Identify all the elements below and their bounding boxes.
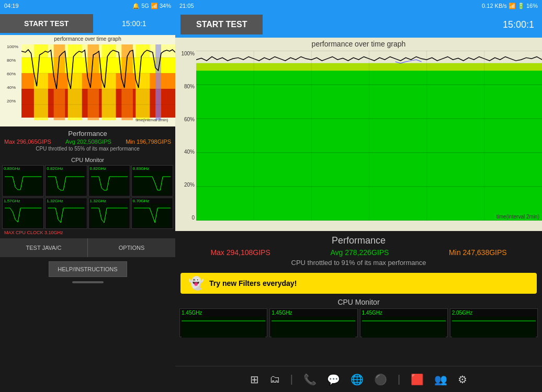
cpu-freq-7: 0.70GHz xyxy=(132,198,173,204)
svg-rect-46 xyxy=(362,317,446,338)
perf-throttle-right: CPU throttled to 91% of its max performa… xyxy=(180,259,537,267)
ad-banner[interactable]: 👻 Try new Filters everyday! xyxy=(180,273,537,294)
graph-section-left: performance over time graph 100% 80% 60%… xyxy=(0,35,175,126)
bottom-nav: ⊞ 🗂 | 📞 💬 🌐 ⚫ | 🟥 👥 ⚙ xyxy=(175,366,542,392)
time-label-right: time(interval 2min) xyxy=(496,214,539,220)
perf-max-left: Max 296,065GIPS xyxy=(4,139,51,145)
svg-rect-47 xyxy=(452,317,536,338)
cpu-freq-4: 1.57GHz xyxy=(3,198,43,204)
svg-rect-45 xyxy=(272,317,355,338)
cpu-cell-right-0: 1.45GHz xyxy=(179,308,267,337)
right-panel: 21:05 0.12 KB/s 📶 🔋 16% START TEST 15:00… xyxy=(175,0,542,392)
perf-min-left: Min 196,798GIPS xyxy=(126,139,171,145)
graph-canvas-left: 100% 80% 60% 40% 20% xyxy=(0,42,175,123)
timer-left: 15:00:1 xyxy=(93,19,176,28)
perf-avg-right: Avg 278,226GIPS xyxy=(331,248,389,257)
cpu-cell-0: 0.83GHz xyxy=(2,165,44,197)
cpu-monitor-title-left: CPU Monitor xyxy=(2,157,173,163)
options-button[interactable]: OPTIONS xyxy=(88,238,175,257)
y-label-20: 20% xyxy=(184,182,195,188)
nav-circle-icon[interactable]: ⚫ xyxy=(374,373,387,386)
nav-files-icon[interactable]: 🗂 xyxy=(269,373,280,385)
cpu-cell-4: 1.57GHz xyxy=(2,198,44,229)
performance-section-right: Performance Max 294,108GIPS Avg 278,226G… xyxy=(175,231,542,271)
y-label-40: 40% xyxy=(184,149,195,155)
cpu-monitor-title-right: CPU Monitor xyxy=(179,298,538,306)
ad-text: Try new Filters everyday! xyxy=(209,279,297,287)
nav-chat-icon[interactable]: 💬 xyxy=(327,373,340,386)
cpu-freq-right-2: 1.45GHz xyxy=(360,309,447,317)
scroll-indicator xyxy=(72,281,104,283)
help-button[interactable]: HELP/INSTRUCTIONS xyxy=(49,261,127,277)
cpu-freq-3: 0.83GHz xyxy=(132,166,173,171)
snapchat-icon: 👻 xyxy=(188,276,204,291)
cpu-grid-right: 1.45GHz 1.45GHz 1.45GHz 2.05GHz xyxy=(179,308,538,337)
perf-title-left: Performance xyxy=(4,130,171,137)
cpu-monitor-left: CPU Monitor 0.83GHz 0.82GHz 0.82GHz xyxy=(0,155,175,238)
svg-text:80%: 80% xyxy=(7,57,16,63)
header-left: START TEST 15:00:1 xyxy=(0,11,175,35)
cpu-cell-right-3: 2.05GHz xyxy=(450,308,538,337)
status-icons-left: 🔔 5G 📶 34% xyxy=(132,3,171,9)
performance-section-left: Performance Max 296,065GIPS Avg 202,508G… xyxy=(0,126,175,155)
graph-title-right: performance over time graph xyxy=(175,38,542,48)
status-bar-right: 21:05 0.12 KB/s 📶 🔋 16% xyxy=(175,0,542,11)
cpu-cell-5: 1.32GHz xyxy=(45,198,87,229)
y-label-80: 80% xyxy=(184,84,195,89)
cpu-freq-1: 0.82GHz xyxy=(46,166,86,171)
svg-rect-16 xyxy=(155,44,161,120)
cpu-grid-left: 0.83GHz 0.82GHz 0.82GHz 0.83GHz xyxy=(2,165,173,229)
cpu-cell-3: 0.83GHz xyxy=(131,165,173,197)
y-label-60: 60% xyxy=(184,117,195,122)
svg-rect-28 xyxy=(91,204,128,227)
svg-rect-44 xyxy=(182,317,265,338)
svg-text:40%: 40% xyxy=(7,85,16,90)
cpu-cell-7: 0.70GHz xyxy=(131,198,173,229)
graph-area-right: time(interval 2min) xyxy=(196,51,542,221)
cpu-cell-2: 0.82GHz xyxy=(88,165,130,197)
y-label-100: 100% xyxy=(181,51,195,56)
start-test-button-left[interactable]: START TEST xyxy=(0,14,93,33)
perf-stats-left: Max 296,065GIPS Avg 202,508GIPS Min 196,… xyxy=(4,139,171,145)
test-java-button[interactable]: TEST JAVA/C xyxy=(0,238,88,257)
cpu-cell-right-2: 1.45GHz xyxy=(360,308,448,337)
bottom-buttons-left: TEST JAVA/C OPTIONS xyxy=(0,238,175,257)
svg-text:time(interval 2min): time(interval 2min) xyxy=(136,118,168,122)
svg-text:60%: 60% xyxy=(7,71,16,76)
svg-rect-24 xyxy=(91,171,128,195)
nav-settings-icon[interactable]: ⚙ xyxy=(458,373,467,386)
cpu-cell-1: 0.82GHz xyxy=(45,165,87,197)
nav-users-icon[interactable]: 👥 xyxy=(434,373,447,386)
time-left: 04:19 xyxy=(4,3,19,9)
left-panel: 04:19 🔔 5G 📶 34% START TEST 15:00:1 perf… xyxy=(0,0,175,392)
y-labels-right: 100% 80% 60% 40% 20% 0 xyxy=(175,51,196,221)
perf-avg-left: Avg 202,508GIPS xyxy=(65,139,111,145)
cpu-cell-right-1: 1.45GHz xyxy=(269,308,357,337)
max-cpu-left: MAX CPU CLOCK 3.10GHz xyxy=(2,229,173,236)
y-label-0: 0 xyxy=(191,215,195,221)
graph-title-left: performance over time graph xyxy=(0,35,175,42)
cpu-monitor-right: CPU Monitor 1.45GHz 1.45GHz 1.45GHz xyxy=(175,296,542,366)
perf-stats-right: Max 294,108GIPS Avg 278,226GIPS Min 247,… xyxy=(180,248,537,257)
cpu-cell-6: 1.32GHz xyxy=(88,198,130,229)
svg-rect-11 xyxy=(68,44,82,120)
svg-rect-27 xyxy=(48,204,84,227)
status-bar-left: 04:19 🔔 5G 📶 34% xyxy=(0,0,175,11)
start-test-button-right[interactable]: START TEST xyxy=(180,15,263,34)
cpu-freq-right-0: 1.45GHz xyxy=(180,309,267,317)
header-right: START TEST 15:00:1 xyxy=(175,11,542,38)
perf-max-right: Max 294,108GIPS xyxy=(210,248,270,257)
cpu-freq-2: 0.82GHz xyxy=(89,166,130,171)
cpu-freq-right-3: 2.05GHz xyxy=(450,309,537,317)
nav-separator-2: | xyxy=(398,373,400,385)
nav-red-icon[interactable]: 🟥 xyxy=(411,373,424,386)
nav-phone-icon[interactable]: 📞 xyxy=(303,373,317,386)
svg-text:100%: 100% xyxy=(7,44,19,49)
timer-right: 15:00:1 xyxy=(263,19,542,30)
cpu-freq-0: 0.83GHz xyxy=(3,166,43,171)
perf-title-right: Performance xyxy=(180,235,537,246)
cpu-freq-6: 1.32GHz xyxy=(89,198,130,204)
svg-rect-13 xyxy=(102,44,116,120)
nav-chrome-icon[interactable]: 🌐 xyxy=(351,373,364,386)
nav-grid-icon[interactable]: ⊞ xyxy=(250,373,259,386)
